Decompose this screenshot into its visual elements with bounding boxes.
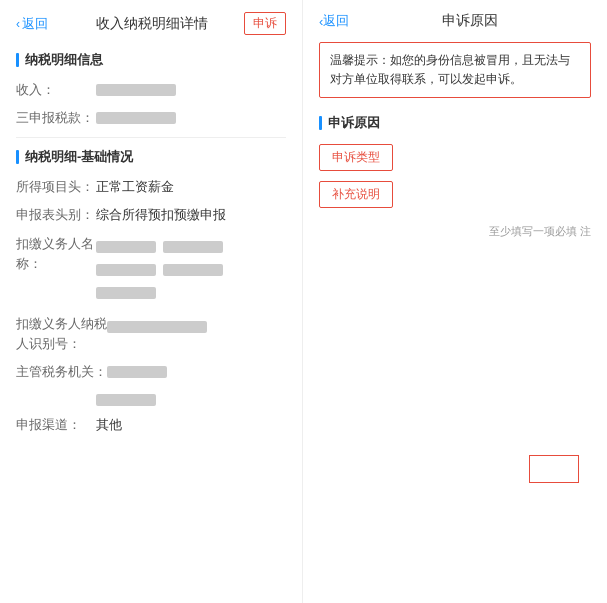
duty-person-p5 [96, 287, 156, 299]
left-panel: ‹ 返回 收入纳税明细详情 申诉 纳税明细信息 收入： 三申报税款： 纳税明细-… [0, 0, 303, 603]
section1-blue-bar [16, 53, 19, 67]
duty-person-p3 [96, 264, 156, 276]
income-label: 收入： [16, 81, 96, 99]
channel-label: 申报渠道： [16, 416, 96, 434]
supplement-button[interactable]: 补充说明 [319, 181, 393, 208]
duty-id-label: 扣缴义务人纳税人识别号： [16, 314, 107, 353]
income-type-value: 正常工资薪金 [96, 178, 286, 196]
empty-value [96, 391, 286, 406]
empty-placeholder [96, 394, 156, 406]
duty-person-value [96, 234, 286, 304]
appeal-reason-title: 申诉原因 [319, 114, 591, 132]
income-row: 收入： [16, 81, 286, 99]
income-value [96, 81, 286, 96]
empty-row [16, 391, 286, 406]
warning-box: 温馨提示：如您的身份信息被冒用，且无法与对方单位取得联系，可以发起申诉。 [319, 42, 591, 98]
tax-authority-placeholder [107, 366, 167, 378]
section2-blue-bar [16, 150, 19, 164]
appeal-type-button[interactable]: 申诉类型 [319, 144, 393, 171]
channel-row: 申报渠道： 其他 [16, 416, 286, 434]
tax-authority-value [107, 363, 286, 378]
tax-value [96, 109, 286, 124]
duty-id-value [107, 314, 286, 337]
left-back-button[interactable]: ‹ 返回 [16, 15, 48, 33]
declare-type-label: 申报表头别： [16, 206, 96, 224]
tax-placeholder [96, 112, 176, 124]
right-panel-title: 申诉原因 [349, 12, 591, 30]
appeal-button[interactable]: 申诉 [244, 12, 286, 35]
left-header: ‹ 返回 收入纳税明细详情 申诉 [16, 12, 286, 35]
right-back-button[interactable]: ‹ 返回 [319, 12, 349, 30]
left-back-chevron: ‹ [16, 17, 20, 31]
duty-person-label: 扣缴义务人名称： [16, 234, 96, 273]
tax-label: 三申报税款： [16, 109, 96, 127]
left-back-label: 返回 [22, 15, 48, 33]
appeal-blue-bar [319, 116, 322, 130]
duty-id-placeholder [107, 321, 207, 333]
declare-type-value: 综合所得预扣预缴申报 [96, 206, 286, 224]
tax-authority-row: 主管税务机关： [16, 363, 286, 381]
tax-row: 三申报税款： [16, 109, 286, 127]
right-header: ‹ 返回 申诉原因 [319, 12, 591, 30]
duty-person-p4 [163, 264, 223, 276]
duty-person-row: 扣缴义务人名称： [16, 234, 286, 304]
left-panel-title: 收入纳税明细详情 [60, 15, 244, 33]
section1-title: 纳税明细信息 [16, 51, 286, 69]
duty-person-p2 [163, 241, 223, 253]
section2-title: 纳税明细-基础情况 [16, 148, 286, 166]
empty-input-box[interactable] [529, 455, 579, 483]
declare-type-row: 申报表头别： 综合所得预扣预缴申报 [16, 206, 286, 224]
divider1 [16, 137, 286, 138]
channel-value: 其他 [96, 416, 286, 434]
duty-id-row: 扣缴义务人纳税人识别号： [16, 314, 286, 353]
income-type-label: 所得项目头： [16, 178, 96, 196]
duty-person-p1 [96, 241, 156, 253]
income-placeholder [96, 84, 176, 96]
right-panel: ‹ 返回 申诉原因 温馨提示：如您的身份信息被冒用，且无法与对方单位取得联系，可… [303, 0, 607, 603]
right-back-label: 返回 [323, 12, 349, 30]
hint-text: 至少填写一项必填 注 [319, 224, 591, 239]
warning-text: 温馨提示：如您的身份信息被冒用，且无法与对方单位取得联系，可以发起申诉。 [330, 53, 570, 86]
tax-authority-label: 主管税务机关： [16, 363, 107, 381]
income-type-row: 所得项目头： 正常工资薪金 [16, 178, 286, 196]
